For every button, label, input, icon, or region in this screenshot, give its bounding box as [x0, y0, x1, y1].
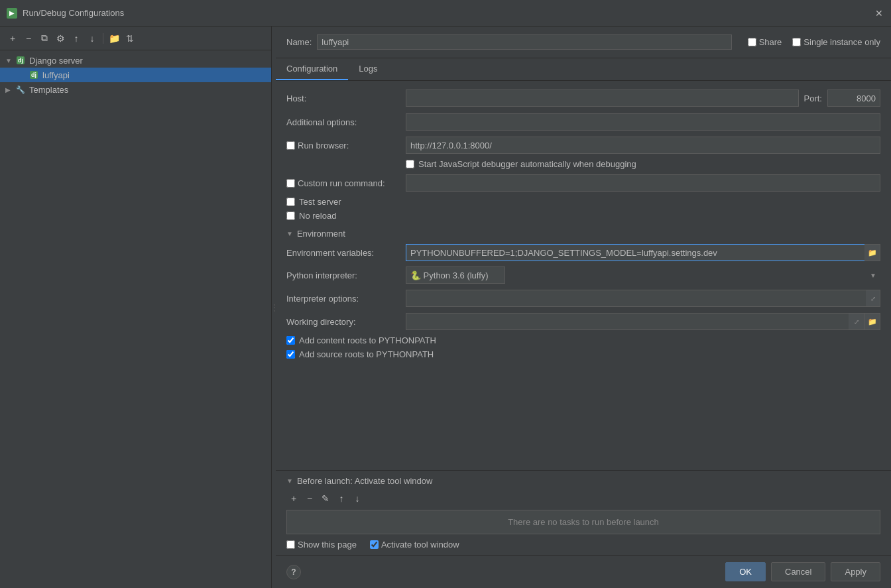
python-interpreter-row: Python interpreter: 🐍 Python 3.6 (luffy)…: [286, 266, 880, 284]
settings-config-button[interactable]: ⚙: [53, 31, 68, 46]
env-input-container: 📁: [406, 244, 880, 261]
before-launch-toolbar: + − ✎ ↑ ↓: [286, 491, 880, 506]
help-button[interactable]: ?: [286, 565, 301, 579]
share-checkbox[interactable]: [748, 38, 756, 46]
env-browse-button[interactable]: 📁: [864, 244, 880, 261]
remove-config-button[interactable]: −: [21, 31, 36, 46]
left-toolbar: + − ⧉ ⚙ ↑ ↓ 📁 ⇅: [0, 27, 271, 50]
interpreter-dropdown-arrow-icon: ▼: [870, 272, 876, 279]
expand-arrow-templates: ▶: [5, 86, 15, 93]
before-launch-options: Show this page Activate tool window: [286, 540, 880, 550]
app-icon: ▶: [7, 8, 17, 19]
environment-arrow-icon: ▼: [286, 230, 293, 237]
ok-button[interactable]: OK: [725, 562, 766, 581]
custom-run-checkbox[interactable]: [286, 179, 295, 188]
add-source-roots-label: Add source roots to PYTHONPATH: [299, 349, 434, 359]
run-browser-checkbox[interactable]: [286, 141, 295, 150]
activate-tool-window-label: Activate tool window: [381, 540, 459, 550]
host-input[interactable]: [406, 89, 799, 107]
test-server-label: Test server: [299, 197, 341, 207]
test-server-checkbox[interactable]: [286, 198, 295, 206]
custom-run-row: Custom run command:: [286, 174, 880, 192]
show-this-page-checkbox-label[interactable]: Show this page: [286, 540, 357, 550]
show-this-page-label: Show this page: [298, 540, 357, 550]
before-launch-section: ▼ Before launch: Activate tool window + …: [276, 470, 891, 555]
run-browser-url-input[interactable]: [406, 137, 880, 154]
config-content: Host: Port: Additional options: Run brow…: [276, 81, 891, 470]
add-source-roots-checkbox[interactable]: [286, 350, 295, 359]
add-content-roots-checkbox[interactable]: [286, 336, 295, 345]
interpreter-options-label: Interpreter options:: [286, 294, 406, 304]
before-launch-arrow-icon: ▼: [286, 477, 293, 485]
tree-group-templates[interactable]: ▶ 🔧 Templates: [0, 82, 271, 97]
before-launch-edit-button[interactable]: ✎: [318, 491, 333, 506]
interpreter-options-expand-button[interactable]: ⤢: [866, 290, 880, 307]
python-interpreter-select-wrapper: 🐍 Python 3.6 (luffy) ▼: [406, 266, 880, 284]
js-debugger-row: Start JavaScript debugger automatically …: [286, 159, 880, 169]
bottom-left: ?: [286, 565, 301, 579]
config-tree: ▼ dj Django server dj luffyapi ▶ 🔧 Templ…: [0, 50, 271, 588]
python-interpreter-label: Python interpreter:: [286, 270, 406, 280]
before-launch-down-button[interactable]: ↓: [350, 491, 365, 506]
additional-options-input[interactable]: [406, 113, 880, 131]
sort-button[interactable]: ⇅: [123, 31, 137, 46]
move-down-button[interactable]: ↓: [85, 31, 99, 46]
templates-icon: 🔧: [15, 84, 27, 95]
single-instance-checkbox-label[interactable]: Single instance only: [792, 37, 880, 47]
apply-button[interactable]: Apply: [831, 562, 880, 581]
working-dir-expand-button[interactable]: ⤢: [849, 313, 864, 330]
tree-item-label-luffyapi: luffyapi: [42, 70, 70, 80]
working-directory-input[interactable]: [406, 313, 880, 330]
activate-tool-window-checkbox-label[interactable]: Activate tool window: [370, 540, 459, 550]
no-reload-row: No reload: [286, 211, 880, 221]
run-browser-row: Run browser:: [286, 137, 880, 154]
activate-tool-window-checkbox[interactable]: [370, 540, 379, 549]
share-checkbox-label[interactable]: Share: [748, 37, 782, 47]
before-launch-header[interactable]: ▼ Before launch: Activate tool window: [286, 476, 880, 486]
before-launch-up-button[interactable]: ↑: [334, 491, 349, 506]
tree-group-django-server[interactable]: ▼ dj Django server: [0, 53, 271, 68]
run-browser-label: Run browser:: [298, 141, 349, 150]
folder-button[interactable]: 📁: [107, 31, 121, 46]
working-dir-browse-button[interactable]: 📁: [864, 313, 880, 330]
copy-config-button[interactable]: ⧉: [37, 31, 52, 46]
add-content-roots-row: Add content roots to PYTHONPATH: [286, 335, 880, 345]
working-directory-row: Working directory: ⤢ 📁: [286, 313, 880, 330]
js-debugger-checkbox[interactable]: [406, 160, 414, 168]
test-server-row: Test server: [286, 197, 880, 207]
python-interpreter-select[interactable]: 🐍 Python 3.6 (luffy): [406, 266, 505, 284]
django-icon: dj: [15, 55, 27, 66]
toolbar-separator: [103, 33, 103, 44]
tree-group-label-templates: Templates: [29, 85, 68, 95]
close-button[interactable]: ✕: [874, 8, 884, 19]
tab-configuration[interactable]: Configuration: [276, 58, 348, 80]
environment-variables-row: Environment variables: 📁: [286, 244, 880, 261]
tree-item-luffyapi[interactable]: dj luffyapi: [0, 68, 271, 82]
environment-section-header[interactable]: ▼ Environment: [286, 229, 880, 239]
run-browser-checkbox-area: Run browser:: [286, 141, 406, 150]
custom-run-input[interactable]: [406, 174, 880, 192]
name-row: Name: Share Single instance only: [276, 27, 891, 58]
name-input[interactable]: [317, 34, 731, 50]
tab-logs[interactable]: Logs: [348, 58, 388, 80]
environment-section-title: Environment: [297, 229, 345, 239]
name-label: Name:: [286, 37, 312, 47]
cancel-button[interactable]: Cancel: [771, 562, 825, 581]
before-launch-remove-button[interactable]: −: [302, 491, 317, 506]
working-dir-input-container: ⤢ 📁: [406, 313, 880, 330]
custom-run-label-text: Custom run command:: [298, 178, 385, 188]
add-config-button[interactable]: +: [5, 31, 20, 46]
port-input[interactable]: [827, 89, 880, 107]
environment-variables-input[interactable]: [406, 244, 880, 261]
before-launch-title: Before launch: Activate tool window: [297, 476, 433, 486]
expand-arrow-django: ▼: [5, 57, 15, 64]
luffyapi-icon: dj: [28, 70, 40, 80]
move-up-button[interactable]: ↑: [69, 31, 84, 46]
show-this-page-checkbox[interactable]: [286, 540, 295, 549]
host-row: Host: Port:: [286, 89, 880, 107]
interpreter-options-input[interactable]: [406, 290, 880, 307]
single-instance-checkbox[interactable]: [792, 38, 801, 46]
before-launch-add-button[interactable]: +: [286, 491, 301, 506]
additional-options-label: Additional options:: [286, 117, 406, 127]
no-reload-checkbox[interactable]: [286, 211, 295, 220]
